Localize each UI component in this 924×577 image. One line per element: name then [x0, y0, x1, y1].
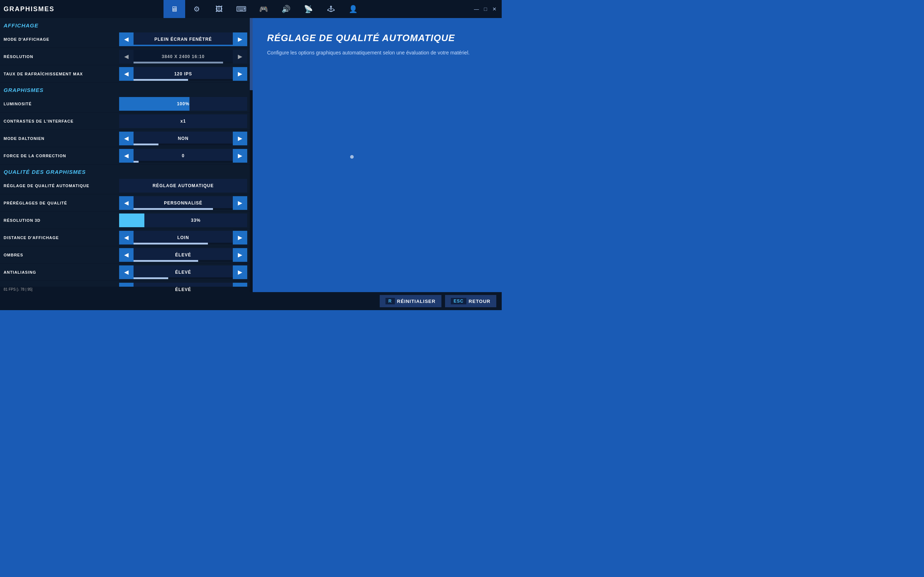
row-antialiasing: ANTIALIASING ◀ ÉLEVÉ ▶	[0, 264, 253, 281]
value-distance: LOIN	[134, 231, 233, 245]
maximize-button[interactable]: □	[482, 5, 489, 13]
value-resolution: 3840 X 2400 16:10	[134, 50, 233, 63]
arrow-left-resolution[interactable]: ◀	[119, 50, 134, 63]
arrow-left-daltonien[interactable]: ◀	[119, 132, 134, 145]
row-distance: DISTANCE D'AFFICHAGE ◀ LOIN ▶	[0, 229, 253, 246]
row-mode-affichage: MODE D'AFFICHAGE ◀ PLEIN ÉCRAN FENÊTRÉ ▶	[0, 31, 253, 48]
row-refresh-rate: TAUX DE RAFRAÎCHISSEMENT MAX ◀ 120 IPS ▶	[0, 65, 253, 82]
arrow-right-antialiasing[interactable]: ▶	[233, 266, 247, 279]
reset-button[interactable]: R RÉINITIALISER	[380, 295, 441, 307]
tab-display[interactable]: 🖥	[163, 0, 185, 18]
control-resolution: ◀ 3840 X 2400 16:10 ▶	[119, 50, 247, 63]
row-contrastes: CONTRASTES DE L'INTERFACE x1	[0, 113, 253, 130]
fps-indicator: 81 FPS [↓ 78 | 95]	[0, 287, 253, 292]
reset-label: RÉINITIALISER	[397, 298, 436, 304]
value-ombres: ÉLEVÉ	[134, 248, 233, 262]
row-resolution: RÉSOLUTION ◀ 3840 X 2400 16:10 ▶	[0, 48, 253, 65]
row-res3d: RÉSOLUTION 3D 33%	[0, 212, 253, 229]
arrow-left-prereglages[interactable]: ◀	[119, 196, 134, 210]
control-distance: ◀ LOIN ▶	[119, 231, 247, 245]
scroll-indicator[interactable]	[250, 18, 253, 292]
label-prereglages: PRÉRÉGLAGES DE QUALITÉ	[3, 201, 119, 205]
value-res3d[interactable]: 33%	[144, 213, 247, 227]
row-force-correction: FORCE DE LA CORRECTION ◀ 0 ▶	[0, 147, 253, 164]
arrow-left-refresh[interactable]: ◀	[119, 67, 134, 81]
control-reglage-auto: RÉGLAGE AUTOMATIQUE	[119, 179, 247, 193]
control-mode-affichage: ◀ PLEIN ÉCRAN FENÊTRÉ ▶	[119, 32, 247, 46]
value-refresh-rate: 120 IPS	[134, 67, 233, 81]
scroll-thumb[interactable]	[250, 18, 253, 90]
control-daltonien: ◀ NON ▶	[119, 132, 247, 145]
right-panel: RÉGLAGE DE QUALITÉ AUTOMATIQUE Configure…	[253, 18, 502, 292]
label-luminosite: LUMINOSITÉ	[3, 102, 119, 106]
label-daltonien: MODE DALTONIEN	[3, 136, 119, 141]
window-controls: — □ ✕	[473, 5, 498, 13]
label-ombres: OMBRES	[3, 253, 119, 257]
tab-settings[interactable]: ⚙	[186, 0, 208, 18]
row-reglage-auto: RÉGLAGE DE QUALITÉ AUTOMATIQUE RÉGLAGE A…	[0, 177, 253, 194]
arrow-right-prereglages[interactable]: ▶	[233, 196, 247, 210]
value-antialiasing: ÉLEVÉ	[134, 266, 233, 279]
right-panel-description: Configure les options graphiques automat…	[267, 49, 484, 56]
arrow-right-force[interactable]: ▶	[233, 149, 247, 163]
control-refresh-rate: ◀ 120 IPS ▶	[119, 67, 247, 81]
value-luminosite[interactable]: 100%	[119, 97, 247, 111]
arrow-right-daltonien[interactable]: ▶	[233, 132, 247, 145]
label-resolution: RÉSOLUTION	[3, 55, 119, 59]
row-daltonien: MODE DALTONIEN ◀ NON ▶	[0, 130, 253, 147]
back-label: RETOUR	[468, 298, 491, 304]
main-layout: AFFICHAGE MODE D'AFFICHAGE ◀ PLEIN ÉCRAN…	[0, 18, 502, 292]
app-title: GRAPHISMES	[3, 5, 55, 13]
value-daltonien: NON	[134, 132, 233, 145]
left-panel: AFFICHAGE MODE D'AFFICHAGE ◀ PLEIN ÉCRAN…	[0, 18, 253, 292]
row-prereglages: PRÉRÉGLAGES DE QUALITÉ ◀ PERSONNALISÉ ▶	[0, 194, 253, 212]
control-force-correction: ◀ 0 ▶	[119, 149, 247, 163]
tab-controller[interactable]: 🎮	[253, 0, 275, 18]
arrow-left-mode-affichage[interactable]: ◀	[119, 32, 134, 46]
control-ombres: ◀ ÉLEVÉ ▶	[119, 248, 247, 262]
tab-audio[interactable]: 🔊	[275, 0, 297, 18]
control-contrastes: x1	[119, 114, 247, 128]
value-contrastes[interactable]: x1	[119, 114, 247, 128]
back-button[interactable]: ESC RETOUR	[445, 295, 496, 307]
arrow-right-ombres[interactable]: ▶	[233, 248, 247, 262]
res3d-fill	[119, 213, 144, 227]
tab-network[interactable]: 📡	[298, 0, 320, 18]
arrow-left-force[interactable]: ◀	[119, 149, 134, 163]
value-mode-affichage: PLEIN ÉCRAN FENÊTRÉ	[134, 32, 233, 46]
tab-gamepad[interactable]: 🕹	[320, 0, 342, 18]
tab-keyboard[interactable]: ⌨	[231, 0, 252, 18]
label-force-correction: FORCE DE LA CORRECTION	[3, 154, 119, 158]
value-prereglages: PERSONNALISÉ	[134, 196, 233, 210]
label-reglage-auto: RÉGLAGE DE QUALITÉ AUTOMATIQUE	[3, 184, 119, 188]
row-luminosite: LUMINOSITÉ 100%	[0, 95, 253, 113]
section-graphismes-header: GRAPHISMES	[0, 82, 253, 95]
tab-account[interactable]: 👤	[342, 0, 364, 18]
close-button[interactable]: ✕	[491, 5, 498, 13]
control-luminosite: 100%	[119, 97, 247, 111]
arrow-left-antialiasing[interactable]: ◀	[119, 266, 134, 279]
control-res3d: 33%	[119, 213, 247, 227]
right-panel-title: RÉGLAGE DE QUALITÉ AUTOMATIQUE	[267, 32, 487, 44]
bottom-bar: R RÉINITIALISER ESC RETOUR	[0, 292, 502, 310]
label-distance: DISTANCE D'AFFICHAGE	[3, 235, 119, 240]
reset-key-badge: R	[386, 298, 395, 305]
arrow-right-mode-affichage[interactable]: ▶	[233, 32, 247, 46]
control-prereglages: ◀ PERSONNALISÉ ▶	[119, 196, 247, 210]
control-antialiasing: ◀ ÉLEVÉ ▶	[119, 266, 247, 279]
label-mode-affichage: MODE D'AFFICHAGE	[3, 37, 119, 42]
back-key-badge: ESC	[451, 298, 467, 305]
arrow-right-distance[interactable]: ▶	[233, 231, 247, 245]
arrow-right-refresh[interactable]: ▶	[233, 67, 247, 81]
tab-video[interactable]: 🖼	[208, 0, 230, 18]
label-contrastes: CONTRASTES DE L'INTERFACE	[3, 119, 119, 123]
value-reglage-auto[interactable]: RÉGLAGE AUTOMATIQUE	[119, 179, 247, 193]
minimize-button[interactable]: —	[473, 5, 480, 13]
title-bar: GRAPHISMES 🖥 ⚙ 🖼 ⌨ 🎮 🔊 📡 🕹 👤 — □ ✕	[0, 0, 502, 18]
value-force-correction: 0	[134, 149, 233, 163]
arrow-right-resolution[interactable]: ▶	[233, 50, 247, 63]
arrow-left-ombres[interactable]: ◀	[119, 248, 134, 262]
label-antialiasing: ANTIALIASING	[3, 270, 119, 274]
row-ombres: OMBRES ◀ ÉLEVÉ ▶	[0, 246, 253, 264]
arrow-left-distance[interactable]: ◀	[119, 231, 134, 245]
